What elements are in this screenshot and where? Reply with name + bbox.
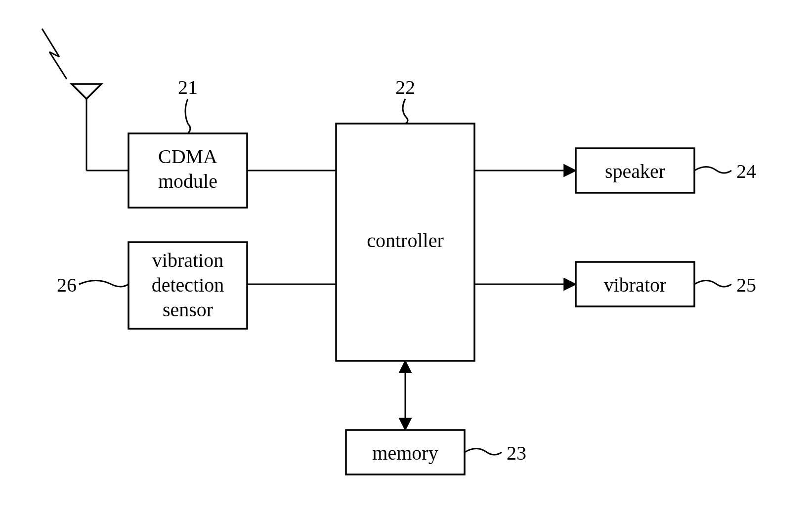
speaker-block: speaker [576,148,694,193]
antenna-icon [42,29,101,171]
speaker-label: speaker [605,160,665,182]
controller-label: controller [367,229,444,252]
cdma-ref: 21 [178,76,198,98]
vibration-sensor-block: vibration detection sensor [128,242,247,329]
vibsensor-label-3: sensor [163,299,213,321]
cdma-module-block: CDMA module [128,133,247,208]
memory-block: memory [346,430,465,474]
vibrator-label: vibrator [604,274,667,296]
vibsensor-label-2: detection [152,274,224,296]
speaker-ref: 24 [736,160,756,182]
vibsensor-label-1: vibration [152,249,223,271]
cdma-label-1: CDMA [158,145,217,168]
cdma-label-2: module [158,170,217,192]
vibrator-ref: 25 [736,274,756,296]
controller-block: controller [336,124,474,361]
vibsensor-ref: 26 [57,274,77,296]
vibrator-block: vibrator [576,262,694,306]
memory-label: memory [372,442,438,464]
svg-marker-1 [72,84,101,99]
controller-ref: 22 [395,76,415,98]
block-diagram: CDMA module 21 vibration detection senso… [0,0,812,516]
memory-ref: 23 [507,442,526,464]
